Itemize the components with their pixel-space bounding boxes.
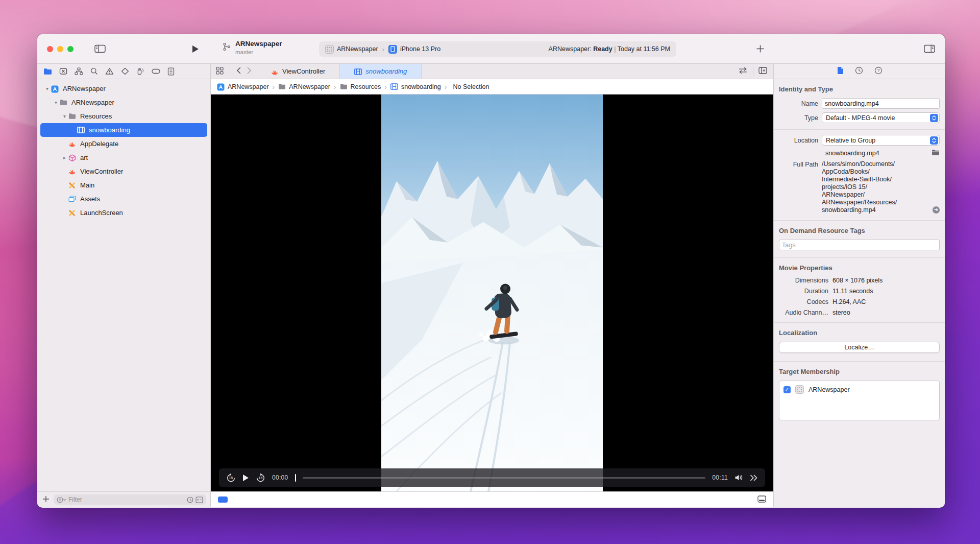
volume-icon[interactable] <box>734 474 743 481</box>
editor-area: ViewController snowboarding <box>211 64 773 507</box>
file-inspector-content: Identity and Type Name Type Default - MP… <box>774 79 945 507</box>
tree-item-label: ARNewspaper <box>63 85 106 92</box>
svg-text:15: 15 <box>229 476 233 480</box>
jump-bar: ARNewspaper › ARNewspaper › <box>211 79 773 94</box>
tree-row[interactable]: Main <box>40 178 207 192</box>
scrubber-track[interactable] <box>303 477 705 479</box>
scheme-selector[interactable]: ARNewspaper › iPhone 13 Pro ARNewspaper:… <box>319 41 676 57</box>
find-navigator-icon[interactable] <box>90 67 98 75</box>
file-inspector-icon[interactable] <box>837 66 844 76</box>
target-name: ARNewspaper <box>808 386 850 393</box>
toggle-inspector-icon[interactable] <box>924 44 935 53</box>
zoom-window-button[interactable] <box>67 46 74 52</box>
skip-back-15-button[interactable]: 15 <box>226 473 236 483</box>
tree-row[interactable]: AppDelegate <box>40 137 207 151</box>
device-bezel-toggle-icon[interactable] <box>218 496 228 503</box>
add-tab-button[interactable] <box>756 44 765 53</box>
source-control-navigator-icon[interactable] <box>59 67 67 75</box>
report-navigator-icon[interactable] <box>167 67 175 76</box>
file-type-icon <box>60 99 69 106</box>
swap-editor-icon[interactable] <box>738 67 748 76</box>
playhead[interactable] <box>295 474 297 482</box>
breadcrumb-label: ARNewspaper <box>228 83 269 90</box>
filter-field[interactable] <box>54 494 206 505</box>
full-path-label: Full Path <box>779 160 822 168</box>
svg-text:15: 15 <box>259 476 263 480</box>
file-type-icon <box>68 195 78 203</box>
adjust-editor-options-icon[interactable] <box>757 495 766 504</box>
tab-snowboarding[interactable]: snowboarding <box>340 64 422 79</box>
target-row[interactable]: ✓ ARNewspaper <box>783 385 935 394</box>
activity-status: ARNewspaper: Ready | Today at 11:56 PM <box>549 45 670 53</box>
debug-navigator-icon[interactable] <box>136 67 144 75</box>
scm-status-filter-icon[interactable] <box>195 496 203 503</box>
disclosure-chevron-icon[interactable] <box>61 155 68 160</box>
file-type-icon <box>68 181 78 189</box>
symbol-navigator-icon[interactable] <box>75 67 83 75</box>
location-select[interactable]: Relative to Group <box>822 135 940 146</box>
project-title-block: ARNewspaper master <box>235 40 282 56</box>
issue-navigator-icon[interactable] <box>105 67 114 75</box>
breakpoint-navigator-icon[interactable] <box>152 68 160 75</box>
name-field[interactable] <box>822 98 940 109</box>
add-editor-icon[interactable] <box>758 67 767 76</box>
breadcrumb-item[interactable]: No Selection <box>450 83 489 90</box>
current-time: 00:00 <box>272 474 288 481</box>
go-back-icon[interactable] <box>236 67 241 76</box>
scheme-name[interactable]: ARNewspaper <box>337 45 378 53</box>
localize-button[interactable]: Localize… <box>779 342 940 353</box>
tree-item-label: snowboarding <box>89 126 130 134</box>
playback-speed-icon[interactable] <box>750 475 758 481</box>
filter-input[interactable] <box>68 496 185 503</box>
disclosure-chevron-icon[interactable] <box>43 86 51 91</box>
quick-help-inspector-icon[interactable]: ? <box>874 66 883 76</box>
tree-row[interactable]: ARNewspaper <box>40 82 207 96</box>
breadcrumb-item[interactable]: Resources <box>340 83 381 90</box>
open-folder-icon[interactable] <box>932 149 940 157</box>
target-checkbox[interactable]: ✓ <box>783 386 791 393</box>
full-path-value: /Users/simon/Documents/AppCoda/Books/Int… <box>822 160 940 214</box>
test-navigator-icon[interactable] <box>121 67 129 75</box>
tab-viewcontroller[interactable]: ViewController <box>257 64 340 79</box>
tree-row[interactable]: ARNewspaper <box>40 96 207 109</box>
location-file-name: snowboarding.mp4 <box>825 150 932 157</box>
toggle-navigator-icon[interactable] <box>94 44 106 53</box>
close-window-button[interactable] <box>47 46 53 52</box>
go-forward-icon[interactable] <box>247 67 252 76</box>
breadcrumb-item[interactable]: snowboarding <box>390 83 441 90</box>
navigator-sidebar: ARNewspaper A <box>37 64 211 507</box>
breadcrumb-item[interactable]: ARNewspaper <box>278 83 330 90</box>
run-button[interactable] <box>192 45 199 53</box>
play-button[interactable] <box>242 474 249 482</box>
property-row: Duration 11.11 seconds <box>779 288 940 295</box>
tree-row[interactable]: LaunchScreen <box>40 206 207 220</box>
open-path-arrow-icon[interactable]: ➔ <box>933 206 940 214</box>
tab-label: ViewController <box>282 67 325 75</box>
toolbar: ARNewspaper master ARNewspaper › iPhone … <box>37 34 945 64</box>
skip-forward-15-button[interactable]: 15 <box>256 473 265 483</box>
tree-row[interactable]: ViewController <box>40 164 207 178</box>
tree-row[interactable]: snowboarding <box>40 123 207 137</box>
project-navigator-icon[interactable] <box>43 68 52 75</box>
disclosure-chevron-icon[interactable] <box>61 113 68 119</box>
run-destination[interactable]: iPhone 13 Pro <box>400 45 440 53</box>
project-tree: ARNewspaper A <box>37 79 210 491</box>
target-app-icon <box>795 385 804 394</box>
location-label: Location <box>779 137 822 144</box>
disclosure-chevron-icon[interactable] <box>52 100 60 105</box>
type-select[interactable]: Default - MPEG-4 movie <box>822 112 940 123</box>
breadcrumb-label: ARNewspaper <box>289 83 330 90</box>
tags-field[interactable] <box>779 240 940 250</box>
property-row: Dimensions 608 × 1076 pixels <box>779 277 940 284</box>
tab-overview-icon[interactable] <box>216 67 224 76</box>
minimize-window-button[interactable] <box>57 46 63 52</box>
recents-clock-icon[interactable] <box>187 496 193 503</box>
tree-row[interactable]: art <box>40 151 207 164</box>
history-inspector-icon[interactable] <box>855 66 863 76</box>
tree-item-label: LaunchScreen <box>80 209 123 217</box>
add-file-button[interactable] <box>42 495 50 504</box>
breadcrumb-item[interactable]: ARNewspaper <box>217 83 269 90</box>
tree-row[interactable]: Assets <box>40 192 207 206</box>
tree-row[interactable]: Resources <box>40 109 207 123</box>
inspector-tab-bar: ? <box>774 64 945 79</box>
